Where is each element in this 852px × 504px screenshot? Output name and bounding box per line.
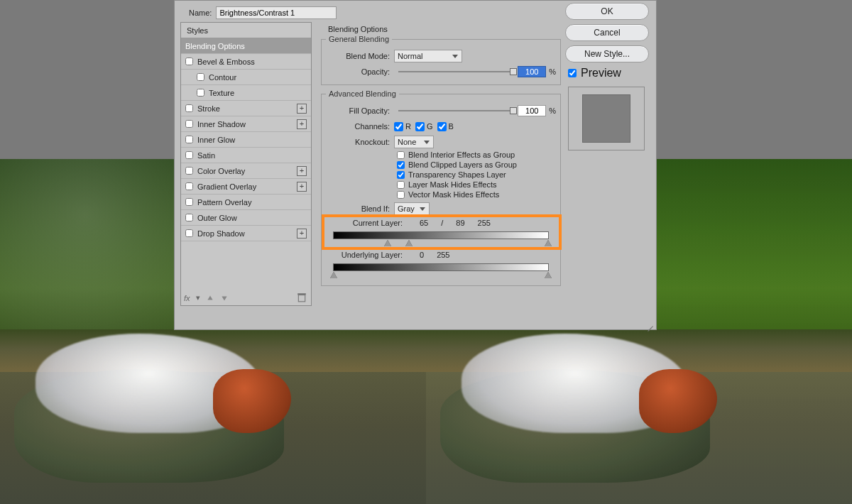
opacity-input[interactable]: [518, 66, 546, 77]
arrow-up-icon[interactable]: [206, 294, 214, 302]
current-layer-gradient[interactable]: [333, 231, 549, 239]
style-checkbox[interactable]: [185, 120, 193, 128]
style-item-satin[interactable]: Satin: [181, 148, 311, 163]
layer-name-input[interactable]: [216, 6, 337, 19]
svg-rect-0: [298, 295, 305, 302]
style-checkbox[interactable]: [185, 214, 193, 221]
style-item-stroke[interactable]: Stroke+: [181, 101, 311, 116]
under-white-thumb[interactable]: [545, 272, 552, 278]
preview-swatch: [582, 94, 630, 143]
style-checkbox[interactable]: [185, 151, 193, 159]
channel-g[interactable]: G: [415, 122, 433, 131]
fx-label[interactable]: fx: [184, 294, 190, 302]
cancel-button[interactable]: Cancel: [565, 24, 649, 41]
style-item-texture[interactable]: Texture: [181, 85, 311, 101]
current-val-3: 255: [478, 219, 491, 227]
knockout-select[interactable]: None: [394, 136, 434, 148]
style-label: Outer Glow: [197, 214, 237, 222]
style-label: Gradient Overlay: [197, 182, 256, 191]
fill-opacity-label: Fill Opacity:: [326, 106, 390, 115]
current-layer-label: Current Layer:: [339, 219, 403, 227]
black-thumb-a[interactable]: [384, 240, 391, 246]
trash-icon[interactable]: [297, 292, 307, 302]
general-blending-legend: General Blending: [326, 35, 392, 43]
fx-footer: fx ▾: [184, 293, 229, 302]
style-item-bevel-emboss[interactable]: Bevel & Emboss: [181, 54, 311, 70]
style-checkbox[interactable]: [185, 229, 193, 237]
add-effect-icon[interactable]: +: [297, 104, 307, 114]
advanced-blending-group: Advanced Blending Fill Opacity: % Channe…: [321, 89, 561, 286]
style-label: Pattern Overlay: [197, 198, 251, 207]
channel-b[interactable]: B: [437, 122, 454, 131]
style-label: Color Overlay: [197, 167, 245, 175]
blending-options-title: Blending Options: [328, 25, 565, 33]
opacity-label: Opacity:: [326, 67, 390, 76]
opacity-slider[interactable]: [398, 71, 513, 72]
arrow-down-icon[interactable]: [220, 294, 229, 302]
general-blending-group: General Blending Blend Mode: Normal Opac…: [321, 35, 561, 85]
style-item-inner-glow[interactable]: Inner Glow: [181, 132, 311, 148]
opt-layer-mask[interactable]: Layer Mask Hides Effects: [397, 180, 556, 189]
styles-header: Styles: [181, 23, 311, 38]
style-label: Bevel & Emboss: [197, 57, 255, 66]
style-checkbox[interactable]: [197, 89, 204, 97]
advanced-blending-legend: Advanced Blending: [326, 89, 399, 98]
add-effect-icon[interactable]: +: [297, 229, 307, 239]
style-checkbox[interactable]: [185, 136, 193, 143]
add-effect-icon[interactable]: +: [297, 182, 307, 192]
ok-button[interactable]: OK: [565, 3, 649, 20]
blending-options-area: Blending Options General Blending Blend …: [317, 22, 565, 327]
under-black-thumb[interactable]: [330, 272, 337, 278]
style-label: Satin: [197, 151, 215, 160]
style-label: Stroke: [197, 104, 220, 113]
opt-vector-mask[interactable]: Vector Mask Hides Effects: [397, 190, 556, 199]
style-checkbox[interactable]: [197, 73, 204, 81]
channels-label: Channels:: [326, 122, 390, 131]
style-label: Inner Shadow: [197, 120, 246, 128]
dialog-buttons: OK Cancel New Style... Preview: [565, 3, 650, 150]
blend-mode-label: Blend Mode:: [326, 52, 390, 60]
style-item-inner-shadow[interactable]: Inner Shadow+: [181, 116, 311, 132]
style-item-gradient-overlay[interactable]: Gradient Overlay+: [181, 179, 311, 195]
blendif-select[interactable]: Gray: [394, 202, 430, 215]
blendif-label: Blend If:: [326, 204, 390, 213]
blend-mode-select[interactable]: Normal: [394, 50, 462, 62]
svg-rect-1: [297, 293, 306, 295]
style-item-outer-glow[interactable]: Outer Glow: [181, 210, 311, 226]
opacity-pct: %: [549, 67, 556, 76]
fill-opacity-slider[interactable]: [398, 110, 513, 111]
white-thumb[interactable]: [545, 240, 552, 246]
style-item-blending-options[interactable]: Blending Options: [181, 38, 311, 54]
underlying-val-2: 255: [437, 251, 449, 259]
style-item-color-overlay[interactable]: Color Overlay+: [181, 163, 311, 179]
resize-grip-icon[interactable]: [645, 318, 653, 327]
style-checkbox[interactable]: [185, 167, 193, 175]
styles-panel: Styles Blending OptionsBevel & EmbossCon…: [180, 22, 312, 306]
style-item-pattern-overlay[interactable]: Pattern Overlay: [181, 195, 311, 210]
style-checkbox[interactable]: [185, 57, 193, 65]
channel-r[interactable]: R: [394, 122, 411, 131]
opt-transparency[interactable]: Transparency Shapes Layer: [397, 170, 556, 179]
underlying-val-1: 0: [420, 251, 424, 259]
style-item-drop-shadow[interactable]: Drop Shadow+: [181, 226, 311, 241]
black-thumb-b[interactable]: [405, 240, 413, 246]
style-checkbox[interactable]: [185, 182, 193, 190]
new-style-button[interactable]: New Style...: [565, 45, 649, 62]
style-label: Texture: [209, 89, 234, 97]
add-effect-icon[interactable]: +: [297, 166, 307, 176]
preview-toggle[interactable]: Preview: [568, 67, 650, 80]
underlying-layer-gradient[interactable]: [333, 263, 549, 271]
style-label: Contour: [209, 73, 236, 82]
opt-blend-interior[interactable]: Blend Interior Effects as Group: [397, 150, 556, 159]
opt-blend-clipped[interactable]: Blend Clipped Layers as Group: [397, 160, 556, 169]
fill-opacity-input[interactable]: [518, 105, 546, 116]
underlying-layer-label: Underlying Layer:: [339, 251, 403, 259]
current-val-2: 89: [456, 219, 464, 227]
style-checkbox[interactable]: [185, 198, 193, 206]
style-item-contour[interactable]: Contour: [181, 70, 311, 85]
preview-checkbox[interactable]: [568, 69, 577, 77]
style-checkbox[interactable]: [185, 104, 193, 112]
add-effect-icon[interactable]: +: [297, 119, 307, 129]
style-label: Drop Shadow: [197, 229, 245, 238]
knockout-label: Knockout:: [326, 138, 390, 146]
